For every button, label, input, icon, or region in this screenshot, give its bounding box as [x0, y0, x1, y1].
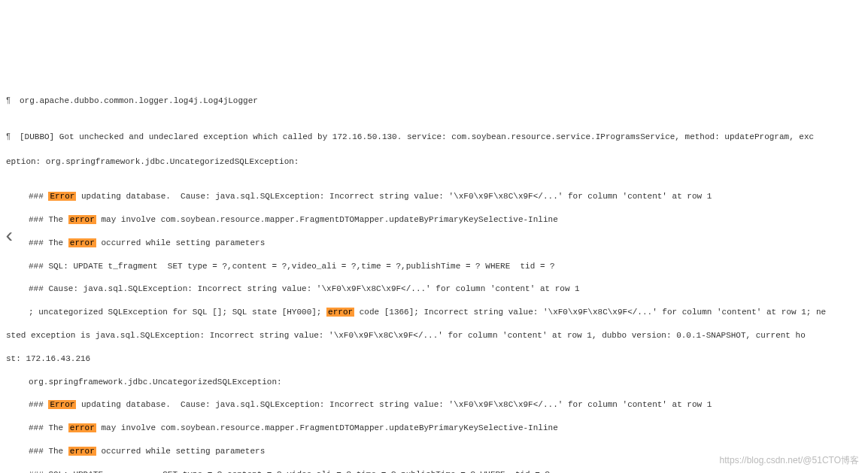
log-line: ### Error updating database. Cause: java…: [6, 399, 862, 411]
log-line: st: 172.16.43.216: [6, 353, 862, 365]
log-line: ### Cause: java.sql.SQLException: Incorr…: [6, 283, 862, 295]
exception-continuation: eption: org.springframework.jdbc.Uncateg…: [6, 156, 862, 168]
error-highlight: error: [68, 447, 96, 456]
log-line: ### The error may involve com.soybean.re…: [6, 214, 862, 226]
error-highlight: error: [326, 308, 354, 317]
error-highlight: Error: [48, 192, 76, 201]
log-line: ### The error occurred while setting par…: [6, 238, 862, 249]
log-entry-header-1: ¶ org.apache.dubbo.common.logger.log4j.L…: [6, 96, 862, 107]
log-line: ### SQL: UPDATE SET type = ?,content = ?…: [6, 469, 862, 473]
error-highlight: error: [68, 215, 96, 224]
back-arrow-icon[interactable]: ‹: [3, 222, 16, 251]
log-line: ### The error may involve com.soybean.re…: [6, 423, 862, 434]
log-entry-header-2: ¶ [DUBBO] Got unchecked and undeclared e…: [6, 132, 862, 143]
error-highlight: Error: [48, 400, 76, 409]
logger-class: org.apache.dubbo.common.logger.log4j.Log…: [20, 96, 862, 107]
log-line: sted exception is java.sql.SQLException:…: [6, 330, 862, 341]
bullet-icon: ¶: [6, 132, 15, 142]
error-highlight: error: [68, 423, 96, 432]
exception-summary: [DUBBO] Got unchecked and undeclared exc…: [20, 132, 862, 143]
log-line: ### Error updating database. Cause: java…: [6, 191, 862, 202]
log-viewer: ¶ org.apache.dubbo.common.logger.log4j.L…: [6, 72, 862, 473]
watermark: https://blog.csdn.net/@51CTO博客: [720, 454, 859, 467]
log-line: ### SQL: UPDATE t_fragment SET type = ?,…: [6, 261, 862, 272]
error-highlight: error: [68, 238, 96, 247]
log-line: org.springframework.jdbc.UncategorizedSQ…: [6, 377, 862, 388]
log-line: ; uncategorized SQLException for SQL [];…: [6, 307, 862, 318]
bullet-icon: ¶: [6, 96, 15, 106]
